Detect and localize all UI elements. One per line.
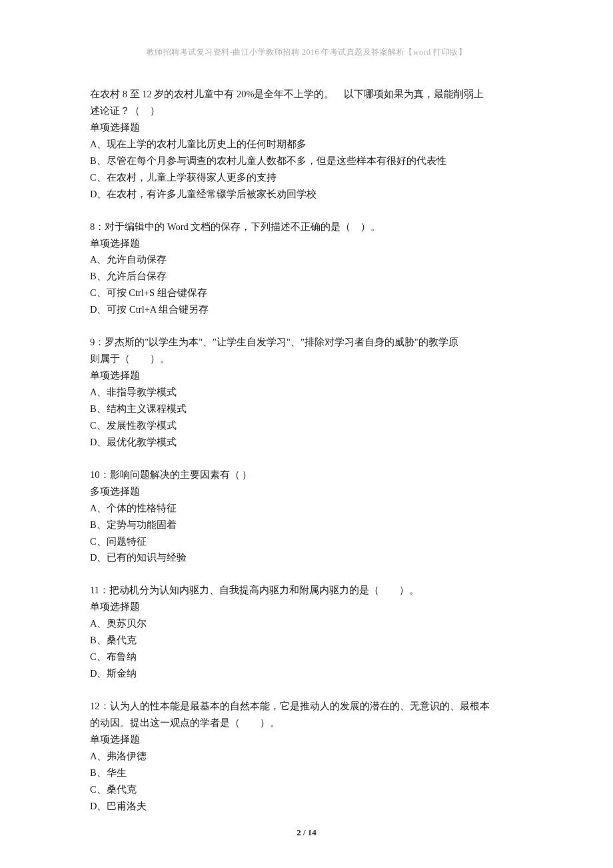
page-header: 教师招聘考试复习资料-曲江小学教师招聘 2016 年考试真题及答案解析【word… (90, 47, 523, 58)
question-option: D、最优化教学模式 (90, 434, 523, 451)
question-block: 在农村 8 至 12 岁的农村儿童中有 20%是全年不上学的。 以下哪项如果为真… (90, 86, 523, 203)
question-stem-line: 10：影响问题解决的主要因素有（ ） (90, 467, 523, 483)
question-type: 单项选择题 (90, 235, 523, 252)
question-option: B、桑代克 (90, 632, 523, 649)
question-stem-line: 9：罗杰斯的"以学生为本"、"让学生自发学习"、"排除对学习者自身的威胁"的教学… (90, 334, 523, 351)
spacer (90, 203, 523, 219)
spacer (90, 682, 523, 698)
question-option: C、桑代克 (90, 781, 523, 798)
question-option: D、可按 Ctrl+A 组合键另存 (90, 301, 523, 318)
question-type: 单项选择题 (90, 119, 523, 136)
question-stem-line: 则属于（ ）。 (90, 351, 523, 367)
question-option: A、非指导教学模式 (90, 384, 523, 401)
question-type: 单项选择题 (90, 731, 523, 748)
question-stem-line: 在农村 8 至 12 岁的农村儿童中有 20%是全年不上学的。 以下哪项如果为真… (90, 86, 523, 103)
question-type: 单项选择题 (90, 599, 523, 615)
document-body: 在农村 8 至 12 岁的农村儿童中有 20%是全年不上学的。 以下哪项如果为真… (90, 86, 523, 815)
question-option: A、奥苏贝尔 (90, 615, 523, 632)
question-block: 9：罗杰斯的"以学生为本"、"让学生自发学习"、"排除对学习者自身的威胁"的教学… (90, 334, 523, 451)
question-option: B、定势与功能固着 (90, 517, 523, 533)
question-stem-line: 的动因。提出这一观点的学者是（ ）。 (90, 715, 523, 731)
question-option: D、已有的知识与经验 (90, 549, 523, 566)
question-option: C、布鲁纳 (90, 649, 523, 665)
page-footer: 2 / 14 (0, 827, 613, 838)
question-option: D、斯金纳 (90, 665, 523, 682)
question-stem-line: 8：对于编辑中的 Word 文档的保存，下列描述不正确的是（ ）。 (90, 219, 523, 235)
question-option: A、现在上学的农村儿童比历史上的任何时期都多 (90, 136, 523, 153)
question-option: C、在农村，儿童上学获得家人更多的支持 (90, 169, 523, 186)
question-type: 多项选择题 (90, 483, 523, 500)
question-option: D、在农村，有许多儿童经常辍学后被家长劝回学校 (90, 186, 523, 203)
question-block: 8：对于编辑中的 Word 文档的保存，下列描述不正确的是（ ）。 单项选择题 … (90, 219, 523, 319)
question-block: 11：把动机分为认知内驱力、自我提高内驱力和附属内驱力的是（ ）。 单项选择题 … (90, 582, 523, 682)
question-option: C、可按 Ctrl+S 组合键保存 (90, 285, 523, 301)
question-option: A、弗洛伊德 (90, 748, 523, 765)
question-type: 单项选择题 (90, 367, 523, 384)
question-option: B、华生 (90, 765, 523, 781)
spacer (90, 566, 523, 582)
question-option: D、巴甫洛夫 (90, 798, 523, 815)
question-option: B、尽管在每个月参与调查的农村儿童人数都不多，但是这些样本有很好的代表性 (90, 153, 523, 169)
question-stem-line: 12：认为人的性本能是最基本的自然本能，它是推动人的发展的潜在的、无意识的、最根… (90, 698, 523, 715)
question-option: A、个体的性格特征 (90, 500, 523, 517)
question-option: A、允许自动保存 (90, 251, 523, 268)
question-block: 12：认为人的性本能是最基本的自然本能，它是推动人的发展的潜在的、无意识的、最根… (90, 698, 523, 815)
question-option: B、允许后台保存 (90, 268, 523, 285)
question-option: B、结构主义课程模式 (90, 401, 523, 417)
question-block: 10：影响问题解决的主要因素有（ ） 多项选择题 A、个体的性格特征 B、定势与… (90, 467, 523, 567)
question-stem-line: 述论证？（ ） (90, 103, 523, 119)
spacer (90, 451, 523, 467)
spacer (90, 318, 523, 334)
question-stem-line: 11：把动机分为认知内驱力、自我提高内驱力和附属内驱力的是（ ）。 (90, 582, 523, 599)
document-page: 教师招聘考试复习资料-曲江小学教师招聘 2016 年考试真题及答案解析【word… (0, 0, 613, 815)
question-option: C、问题特征 (90, 533, 523, 550)
question-option: C、发展性教学模式 (90, 417, 523, 434)
